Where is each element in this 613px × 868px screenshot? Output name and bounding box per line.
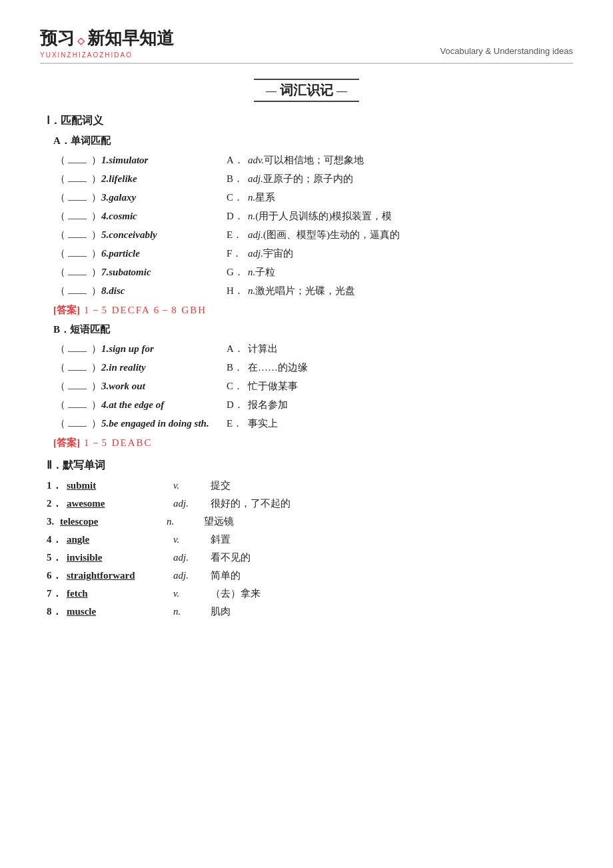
dict-row-2: 2． awesome adj. 很好的，了不起的 (40, 497, 573, 510)
answer-bracket-B: [答案] (53, 437, 80, 449)
match-row: （ ） 3.galaxy C． n.星系 (40, 190, 573, 204)
match-row: （ ） 4.cosmic D． n.(用于人员训练的)模拟装置，模 (40, 209, 573, 223)
dict-word-8: muscle (67, 606, 173, 617)
dict-num-5: 5． (47, 551, 67, 564)
dict-pos-1: v. (173, 480, 200, 491)
match-row: （ ） 1.simulator A． adv.可以相信地；可想象地 (40, 153, 573, 167)
dict-num-4: 4． (47, 533, 67, 546)
answerB-line: [答案] 1－5 DEABC (53, 437, 573, 449)
match-row: （ ） 3.work out C． 忙于做某事 (40, 379, 573, 393)
section2-label: Ⅱ．默写单词 (47, 459, 573, 473)
dict-row-5: 5． invisible adj. 看不见的 (40, 551, 573, 564)
dict-pos-8: n. (173, 606, 200, 617)
dict-meaning-5: 看不见的 (211, 551, 251, 564)
section-title-text: 词汇识记 (280, 83, 333, 97)
dict-pos-7: v. (173, 588, 200, 599)
dict-pos-2: adj. (173, 498, 200, 509)
dict-row-8: 8． muscle n. 肌肉 (40, 605, 573, 618)
dict-word-7: fetch (67, 588, 173, 599)
dict-pos-3: n. (167, 516, 193, 527)
dict-num-6: 6． (47, 569, 67, 582)
section1-label: Ⅰ．匹配词义 (47, 114, 573, 128)
dict-num-7: 7． (47, 587, 67, 600)
match-row: （ ） 7.subatomic G． n.子粒 (40, 265, 573, 279)
main-section-title: 词汇识记 (254, 79, 359, 102)
dict-row-1: 1． submit v. 提交 (40, 479, 573, 492)
dict-meaning-8: 肌肉 (211, 605, 231, 618)
subsectionA-items: （ ） 1.simulator A． adv.可以相信地；可想象地 （ ） 2.… (40, 153, 573, 297)
dict-meaning-2: 很好的，了不起的 (211, 497, 291, 510)
dict-pos-6: adj. (173, 570, 200, 581)
answer-bracket-A: [答案] (53, 304, 80, 317)
dict-num-2: 2． (47, 497, 67, 510)
subsectionA-label: A．单词匹配 (53, 135, 573, 147)
dict-word-6: straightforward (67, 570, 173, 581)
match-left-1: （ ） 1.simulator (53, 153, 227, 167)
header-title: 预习◇新知早知道 (40, 27, 174, 50)
title-diamond: ◇ (77, 35, 85, 46)
dict-meaning-4: 斜置 (211, 533, 231, 546)
main-section-title-box: 词汇识记 (40, 79, 573, 102)
dict-meaning-3: 望远镜 (204, 515, 234, 528)
header-left: 预习◇新知早知道 YUXINZHIZAOZHIDAO (40, 27, 174, 59)
title-suffix: 新知早知道 (87, 28, 174, 48)
dict-meaning-6: 简单的 (211, 569, 241, 582)
match-row: （ ） 6.particle F． adj.宇宙的 (40, 246, 573, 260)
match-row: （ ） 5.conceivably E． adj.(图画、模型等)生动的，逼真的 (40, 227, 573, 241)
dict-word-2: awesome (67, 498, 173, 509)
match-row: （ ） 4.at the edge of D． 报名参加 (40, 397, 573, 411)
dict-word-1: submit (67, 480, 173, 491)
dict-meaning-7: （去）拿来 (211, 587, 261, 600)
title-prefix: 预习 (40, 28, 75, 48)
dict-row-7: 7． fetch v. （去）拿来 (40, 587, 573, 600)
match-row: （ ） 2.lifelike B． adj.亚原子的；原子内的 (40, 171, 573, 185)
dict-meaning-1: 提交 (211, 479, 231, 492)
match-row: （ ） 8.disc H． n.激光唱片；光碟，光盘 (40, 283, 573, 297)
match-row: （ ） 5.be engaged in doing sth. E． 事实上 (40, 416, 573, 430)
subsectionB-label: B．短语匹配 (53, 323, 573, 336)
dict-row-3: 3. telescope n. 望远镜 (40, 515, 573, 528)
dict-word-4: angle (67, 534, 173, 545)
dict-num-3: 3. (47, 516, 60, 527)
match-row: （ ） 2.in reality B． 在……的边缘 (40, 360, 573, 374)
answerA-content: 1－5 DECFA 6－8 GBH (84, 304, 207, 317)
header-subtitle: YUXINZHIZAOZHIDAO (40, 51, 174, 59)
header-right-text: Vocabulary & Understanding ideas (440, 46, 573, 59)
answerB-content: 1－5 DEABC (84, 437, 153, 449)
dictation-section: 1． submit v. 提交 2． awesome adj. 很好的，了不起的… (40, 479, 573, 618)
dict-pos-5: adj. (173, 552, 200, 563)
answerA-line: [答案] 1－5 DECFA 6－8 GBH (53, 304, 573, 317)
dict-pos-4: v. (173, 534, 200, 545)
dict-num-8: 8． (47, 605, 67, 618)
dict-num-1: 1． (47, 479, 67, 492)
dict-word-5: invisible (67, 552, 173, 563)
dict-row-6: 6． straightforward adj. 简单的 (40, 569, 573, 582)
match-row: （ ） 1.sign up for A． 计算出 (40, 341, 573, 355)
subsectionB-items: （ ） 1.sign up for A． 计算出 （ ） 2.in realit… (40, 341, 573, 430)
page-header: 预习◇新知早知道 YUXINZHIZAOZHIDAO Vocabulary & … (40, 27, 573, 64)
dict-word-3: telescope (60, 516, 167, 527)
dict-row-4: 4． angle v. 斜置 (40, 533, 573, 546)
